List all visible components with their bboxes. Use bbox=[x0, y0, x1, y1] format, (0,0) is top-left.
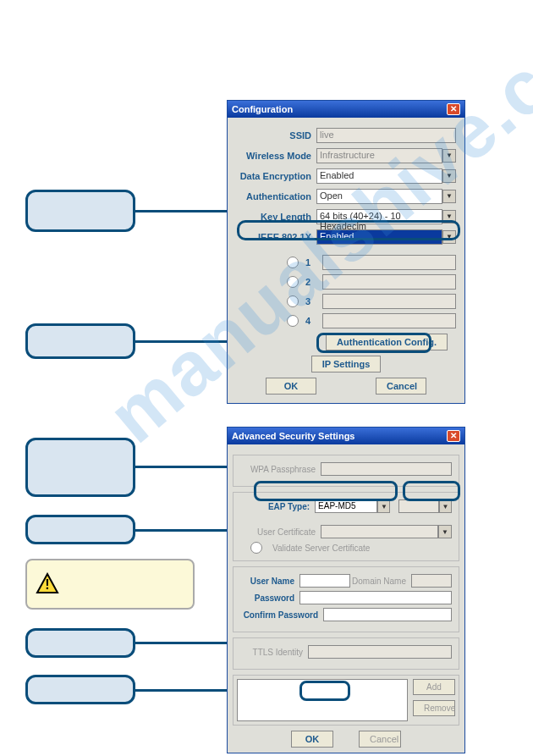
input-key-1[interactable] bbox=[322, 255, 456, 270]
svg-text:!: ! bbox=[45, 577, 49, 592]
titlebar-configuration: Configuration ✕ bbox=[228, 101, 464, 118]
label-confirm-password: Confirm Password bbox=[240, 610, 323, 620]
label-domain-name: Domain Name bbox=[350, 577, 411, 586]
button-cancel[interactable]: Cancel bbox=[359, 731, 401, 748]
input-user-name[interactable] bbox=[299, 574, 350, 588]
select-eap-secondary bbox=[398, 499, 440, 513]
connector-5 bbox=[135, 642, 235, 644]
select-authentication[interactable]: Open bbox=[316, 189, 442, 204]
titlebar-advanced-security: Advanced Security Settings ✕ bbox=[228, 428, 464, 444]
highlight-authcfg bbox=[316, 333, 431, 353]
highlight-eap-secondary bbox=[403, 481, 460, 501]
input-wpa-passphrase bbox=[321, 462, 452, 476]
button-add[interactable]: Add bbox=[413, 679, 455, 695]
callout-3 bbox=[25, 438, 135, 497]
close-icon[interactable]: ✕ bbox=[447, 103, 460, 115]
button-ok[interactable]: OK bbox=[266, 378, 316, 395]
input-ttls-identity bbox=[308, 645, 452, 659]
window-configuration: Configuration ✕ SSID live Wireless Mode … bbox=[227, 100, 465, 404]
chevron-down-icon[interactable]: ▼ bbox=[377, 499, 390, 513]
input-ssid: live bbox=[316, 128, 456, 143]
callout-warning: ! bbox=[25, 559, 195, 610]
callout-2 bbox=[25, 323, 135, 359]
window-advanced-security: Advanced Security Settings ✕ WPA Passphr… bbox=[227, 427, 465, 753]
chevron-down-icon[interactable]: ▼ bbox=[442, 169, 456, 183]
input-wireless-mode: Infrastructure bbox=[316, 148, 442, 163]
title-configuration: Configuration bbox=[232, 104, 293, 114]
radio-key-4[interactable] bbox=[287, 315, 299, 327]
label-password: Password bbox=[240, 593, 299, 603]
label-data-encryption: Data Encryption bbox=[236, 171, 316, 181]
title-advanced-security: Advanced Security Settings bbox=[232, 431, 355, 441]
label-user-name: User Name bbox=[240, 577, 299, 586]
input-key-4[interactable] bbox=[322, 313, 456, 328]
warning-icon: ! bbox=[36, 572, 59, 594]
select-data-encryption[interactable]: Enabled bbox=[316, 168, 442, 184]
radio-key-2[interactable] bbox=[287, 276, 299, 288]
select-user-certificate bbox=[321, 525, 438, 538]
select-eap-type[interactable]: EAP-MD5 bbox=[315, 499, 377, 513]
button-cancel[interactable]: Cancel bbox=[376, 378, 426, 395]
chevron-down-icon: ▼ bbox=[439, 499, 452, 513]
label-authentication: Authentication bbox=[236, 191, 316, 201]
input-key-2[interactable] bbox=[322, 274, 456, 290]
radio-key-1[interactable] bbox=[287, 257, 299, 268]
label-key-2: 2 bbox=[305, 277, 317, 287]
chevron-down-icon[interactable]: ▼ bbox=[442, 190, 456, 203]
label-user-certificate: User Certificate bbox=[240, 527, 321, 537]
input-password[interactable] bbox=[299, 591, 452, 604]
close-icon[interactable]: ✕ bbox=[447, 430, 460, 442]
callout-5 bbox=[25, 628, 135, 658]
label-key-4: 4 bbox=[305, 316, 317, 326]
callout-1 bbox=[25, 190, 135, 232]
button-ip-settings[interactable]: IP Settings bbox=[311, 356, 382, 372]
button-remove[interactable]: Remove bbox=[413, 700, 455, 716]
radio-key-3[interactable] bbox=[287, 295, 299, 307]
input-confirm-password[interactable] bbox=[323, 608, 452, 621]
label-validate-server-cert: Validate Server Certificate bbox=[272, 544, 370, 553]
label-wireless-mode: Wireless Mode bbox=[236, 151, 316, 161]
highlight-eap-type bbox=[254, 481, 398, 501]
label-key-1: 1 bbox=[305, 257, 317, 268]
input-key-3[interactable] bbox=[322, 294, 456, 309]
button-ok[interactable]: OK bbox=[291, 731, 333, 748]
label-ttls-identity: TTLS Identity bbox=[240, 648, 308, 657]
highlight-ieee-row bbox=[237, 220, 460, 240]
label-eap-type: EAP Type: bbox=[240, 502, 315, 511]
chevron-down-icon: ▼ bbox=[438, 525, 452, 538]
label-wpa-passphrase: WPA Passphrase bbox=[240, 465, 321, 474]
highlight-ok-btn bbox=[299, 681, 350, 701]
callout-6 bbox=[25, 675, 135, 704]
label-key-3: 3 bbox=[305, 296, 317, 306]
callout-4 bbox=[25, 515, 135, 544]
chevron-down-icon: ▼ bbox=[442, 149, 456, 163]
input-domain-name bbox=[411, 574, 452, 588]
radio-validate-server-cert bbox=[250, 542, 262, 554]
label-ssid: SSID bbox=[236, 130, 316, 141]
